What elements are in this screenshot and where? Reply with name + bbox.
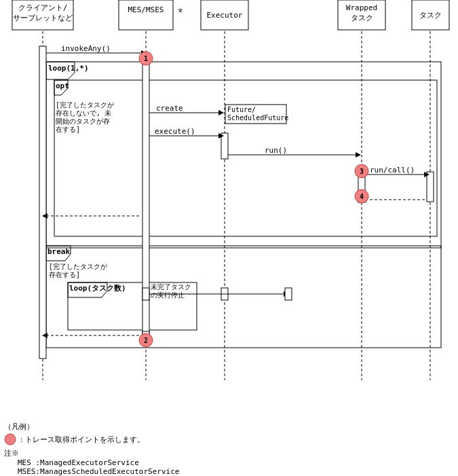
svg-text:タスク: タスク — [351, 14, 373, 22]
svg-marker-54 — [284, 291, 289, 297]
svg-text:開始のタスクが存: 開始のタスクが存 — [56, 117, 110, 125]
svg-marker-32 — [141, 50, 147, 56]
svg-text:未完了タスク: 未完了タスク — [151, 283, 191, 291]
svg-text:invokeAny(): invokeAny() — [61, 44, 111, 53]
svg-text:loop(タスク数): loop(タスク数) — [69, 284, 126, 293]
svg-rect-71 — [119, 0, 173, 30]
legend-circle-label: ：トレース取得ポイントを示します。 — [18, 435, 145, 445]
svg-text:2: 2 — [144, 337, 148, 344]
svg-text:[完了したタスクが: [完了したタスクが — [56, 101, 115, 109]
svg-marker-16 — [46, 246, 71, 261]
svg-text:存在しないで, 未: 存在しないで, 未 — [56, 109, 111, 117]
svg-marker-44 — [356, 152, 361, 158]
svg-rect-15 — [46, 246, 441, 348]
svg-rect-26 — [358, 166, 365, 202]
svg-marker-41 — [218, 133, 224, 139]
legend-note-mses: MSES:ManagesScheduledExecutorService — [4, 467, 452, 476]
legend-area: （凡例） ：トレース取得ポイントを示します。 注※ MES :ManagedEx… — [4, 422, 452, 476]
svg-text:[完了したタスクが: [完了したタスクが — [49, 263, 108, 270]
svg-text:1: 1 — [144, 55, 148, 62]
svg-marker-35 — [218, 110, 224, 115]
legend-heading: （凡例） — [4, 422, 452, 432]
svg-rect-79 — [412, 0, 449, 30]
svg-text:存在する]: 存在する] — [49, 271, 80, 278]
sequence-diagram-svg: loop(1,*) opt [完了したタスクが 存在しないで, 未 開始のタスク… — [0, 0, 458, 476]
svg-rect-30 — [142, 331, 149, 340]
svg-point-81 — [5, 434, 16, 445]
svg-rect-23 — [39, 46, 46, 359]
svg-text:Executor: Executor — [207, 11, 243, 20]
svg-text:の実行停止: の実行停止 — [151, 291, 185, 299]
legend-note-mes: MES :ManagedExecutorService — [4, 458, 452, 467]
svg-text:opt: opt — [56, 81, 69, 90]
svg-marker-50 — [361, 197, 366, 202]
svg-rect-27 — [427, 172, 434, 202]
svg-text:4: 4 — [360, 193, 364, 200]
svg-rect-28 — [142, 288, 149, 300]
svg-text:execute(): execute() — [155, 127, 195, 136]
svg-text:Wrapped: Wrapped — [346, 3, 377, 12]
svg-text:在する]: 在する] — [56, 126, 80, 133]
svg-rect-20 — [68, 282, 197, 330]
svg-marker-6 — [46, 62, 75, 79]
svg-rect-29 — [221, 288, 228, 300]
svg-rect-5 — [46, 62, 441, 248]
diagram-container: loop(1,*) opt [完了したタスクが 存在しないで, 未 開始のタスク… — [0, 0, 458, 476]
svg-text:クライアント/: クライアント/ — [18, 3, 68, 12]
svg-text:create: create — [156, 104, 183, 113]
svg-text:※: ※ — [178, 7, 183, 14]
svg-point-62 — [139, 333, 153, 347]
svg-text:3: 3 — [360, 168, 364, 175]
svg-rect-8 — [54, 80, 437, 236]
legend-row: ：トレース取得ポイントを示します。 — [4, 433, 452, 445]
svg-rect-24 — [142, 53, 149, 338]
svg-marker-59 — [42, 333, 47, 338]
svg-rect-25 — [221, 133, 228, 159]
svg-text:サーブレットなど: サーブレットなど — [13, 14, 73, 22]
svg-rect-37 — [225, 105, 286, 124]
svg-marker-21 — [68, 282, 107, 297]
legend-circle-icon — [4, 433, 16, 445]
svg-point-64 — [355, 164, 368, 178]
svg-point-66 — [355, 189, 368, 203]
svg-marker-47 — [424, 172, 430, 177]
svg-rect-76 — [338, 0, 385, 30]
svg-marker-52 — [42, 213, 47, 219]
svg-point-60 — [139, 52, 153, 65]
svg-rect-68 — [12, 0, 73, 30]
svg-text:break: break — [47, 247, 70, 256]
svg-text:タスク: タスク — [419, 11, 442, 20]
svg-marker-9 — [54, 80, 68, 95]
svg-text:loop(1,*): loop(1,*) — [48, 64, 89, 73]
svg-text:Future/: Future/ — [227, 106, 256, 113]
svg-text:ScheduledFuture: ScheduledFuture — [227, 114, 288, 122]
svg-rect-74 — [201, 0, 248, 30]
svg-text:MES/MSES: MES/MSES — [128, 5, 164, 14]
svg-text:run/call(): run/call() — [370, 166, 415, 175]
svg-rect-57 — [285, 288, 292, 300]
svg-text:run(): run() — [265, 146, 287, 155]
legend-note-heading: 注※ — [4, 448, 452, 458]
